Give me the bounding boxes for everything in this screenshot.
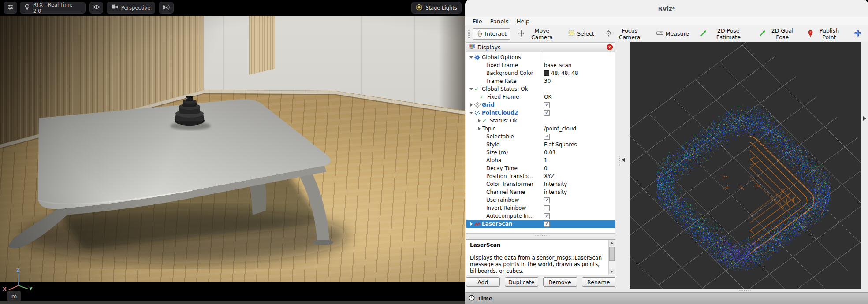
- panel-splitter-handle[interactable]: [535, 235, 547, 237]
- renderer-selector-button[interactable]: RTX - Real-Time 2.0: [20, 2, 86, 14]
- property-value[interactable]: 1: [544, 156, 615, 164]
- collapse-left-icon[interactable]: [622, 158, 625, 162]
- unit-button[interactable]: m: [7, 291, 21, 302]
- display-row-position-transfo[interactable]: Position Transfo…XYZ: [466, 172, 615, 180]
- display-row-global-options[interactable]: Global Options: [466, 53, 615, 61]
- tool-measure[interactable]: Measure: [653, 28, 693, 40]
- property-value[interactable]: [544, 196, 615, 204]
- time-panel-header[interactable]: Time: [465, 292, 868, 304]
- expander-closed-icon[interactable]: [477, 126, 482, 131]
- property-value[interactable]: [544, 133, 615, 141]
- expander-open-icon[interactable]: [469, 110, 474, 115]
- display-row-selectable[interactable]: Selectable: [466, 133, 615, 141]
- tool-label: 2D Pose Estimate: [709, 27, 748, 41]
- display-row-invert-rainbow[interactable]: Invert Rainbow: [466, 204, 615, 212]
- visibility-button[interactable]: [89, 2, 103, 14]
- display-row-style[interactable]: StyleFlat Squares: [466, 141, 615, 148]
- expander-closed-icon[interactable]: [469, 221, 474, 226]
- display-row-color-transformer[interactable]: Color TransformerIntensity: [466, 180, 615, 188]
- display-row-pointcloud2[interactable]: PointCloud2: [466, 109, 615, 117]
- display-row-use-rainbow[interactable]: Use rainbow: [466, 196, 615, 204]
- property-value[interactable]: Intensity: [544, 180, 615, 188]
- tool-add-tool[interactable]: [851, 28, 864, 40]
- scroll-up-button[interactable]: [609, 240, 615, 246]
- display-row-grid[interactable]: Grid: [466, 101, 615, 109]
- rviz-titlebar[interactable]: RViz*: [465, 0, 868, 17]
- checkbox-checked[interactable]: [544, 221, 550, 227]
- scroll-down-button[interactable]: [609, 269, 615, 274]
- capture-button[interactable]: [159, 2, 174, 14]
- collapse-right-icon[interactable]: [863, 116, 866, 121]
- display-row-fixed-frame[interactable]: ✓Fixed FrameOK: [466, 93, 615, 101]
- display-row-autocompute-in[interactable]: Autocompute In…: [466, 212, 615, 220]
- checkbox-checked[interactable]: [544, 134, 550, 140]
- property-value[interactable]: 48; 48; 48: [544, 69, 615, 77]
- toolbar-grip[interactable]: [468, 30, 470, 38]
- property-value[interactable]: XYZ: [544, 172, 615, 180]
- checkbox-checked[interactable]: [544, 102, 550, 108]
- property-value[interactable]: [544, 109, 615, 117]
- sim-3d-scene[interactable]: [0, 16, 465, 282]
- gear-icon: [474, 55, 482, 60]
- display-row-decay-time[interactable]: Decay Time0: [466, 164, 615, 172]
- menu-panels[interactable]: Panels: [486, 18, 513, 25]
- close-panel-button[interactable]: x: [607, 44, 613, 50]
- tool-move-camera[interactable]: Move Camera: [514, 28, 561, 40]
- property-value[interactable]: 0.01: [544, 148, 615, 156]
- property-value[interactable]: 30: [544, 77, 615, 85]
- green-arrow-icon: [700, 30, 707, 38]
- display-row-global-status-ok[interactable]: ✓Global Status: Ok: [466, 85, 615, 93]
- checkbox-unchecked[interactable]: [544, 205, 550, 211]
- property-value[interactable]: [544, 204, 615, 212]
- menu-file[interactable]: File: [469, 18, 486, 25]
- property-value[interactable]: base_scan: [544, 61, 615, 69]
- display-row-size-m[interactable]: Size (m)0.01: [466, 148, 615, 156]
- expander-closed-icon[interactable]: [469, 102, 474, 108]
- display-row-background-color[interactable]: Background Color48; 48; 48: [466, 69, 615, 77]
- checkbox-checked[interactable]: [544, 213, 550, 219]
- remove-button[interactable]: Remove: [543, 277, 577, 287]
- add-button[interactable]: Add: [466, 277, 500, 287]
- displays-panel-header[interactable]: Displays x: [466, 42, 615, 52]
- property-value[interactable]: OK: [544, 93, 615, 101]
- display-row-channel-name[interactable]: Channel Nameintensity: [466, 188, 615, 196]
- property-value[interactable]: [544, 212, 615, 220]
- camera-selector-button[interactable]: Perspective: [107, 2, 155, 14]
- rviz-3d-viewport[interactable]: [630, 42, 861, 289]
- tool-2d-goal-pose[interactable]: 2D Goal Pose: [756, 28, 801, 40]
- rviz-menubar: FilePanelsHelp: [465, 17, 868, 26]
- display-row-laserscan[interactable]: LaserScan: [466, 220, 615, 228]
- viewport-settings-button[interactable]: [4, 2, 17, 14]
- property-value[interactable]: Flat Squares: [544, 141, 615, 148]
- property-value[interactable]: [544, 220, 615, 228]
- checkbox-checked[interactable]: [544, 197, 550, 203]
- display-row-topic[interactable]: Topic/point_cloud: [466, 125, 615, 133]
- property-value[interactable]: [544, 101, 615, 109]
- bottom-splitter-handle[interactable]: [739, 289, 751, 291]
- property-value[interactable]: intensity: [544, 188, 615, 196]
- stage-lights-button[interactable]: Stage Lights: [411, 2, 462, 14]
- checkbox-checked[interactable]: [544, 110, 550, 116]
- description-scrollbar[interactable]: [608, 240, 615, 274]
- scroll-thumb[interactable]: [609, 247, 615, 261]
- expander-open-icon[interactable]: [469, 55, 474, 60]
- display-row-status-ok[interactable]: ✓Status: Ok: [466, 117, 615, 125]
- tool-interact[interactable]: Interact: [473, 28, 510, 40]
- tool-2d-pose-estimate[interactable]: 2D Pose Estimate: [697, 28, 752, 40]
- expander-closed-icon[interactable]: [477, 118, 482, 123]
- tool-focus-camera[interactable]: Focus Camera: [602, 28, 649, 40]
- menu-help[interactable]: Help: [513, 18, 534, 25]
- property-value[interactable]: 0: [544, 164, 615, 172]
- tool-publish-point[interactable]: Publish Point: [805, 28, 847, 40]
- property-label: Fixed Frame: [486, 62, 518, 68]
- property-value[interactable]: /point_cloud: [544, 125, 615, 133]
- display-row-alpha[interactable]: Alpha1: [466, 156, 615, 164]
- rename-button[interactable]: Rename: [582, 277, 616, 287]
- display-row-frame-rate[interactable]: Frame Rate30: [466, 77, 615, 85]
- left-splitter[interactable]: [616, 41, 630, 289]
- display-row-fixed-frame[interactable]: Fixed Framebase_scan: [466, 61, 615, 69]
- duplicate-button[interactable]: Duplicate: [505, 277, 539, 287]
- tool-select[interactable]: Select: [565, 28, 598, 40]
- value-text: Flat Squares: [544, 141, 577, 148]
- expander-open-icon[interactable]: [469, 86, 474, 92]
